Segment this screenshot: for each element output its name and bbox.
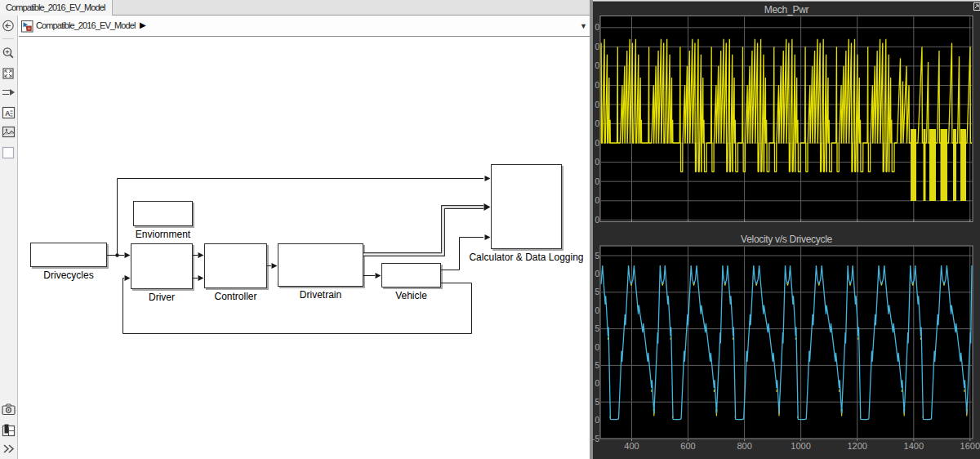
svg-text:5: 5	[595, 324, 599, 333]
svg-text:0: 0	[595, 270, 599, 279]
svg-text:0: 0	[595, 416, 599, 425]
svg-text:5: 5	[595, 287, 599, 296]
svg-text:-5: -5	[593, 434, 599, 443]
svg-text:400: 400	[624, 441, 639, 451]
svg-text:0: 0	[595, 343, 599, 352]
svg-text:0: 0	[595, 61, 599, 70]
svg-text:Velocity v/s Drivecycle: Velocity v/s Drivecycle	[741, 234, 832, 245]
svg-text:0: 0	[595, 81, 599, 90]
svg-text:0: 0	[595, 139, 599, 148]
svg-text:0: 0	[595, 177, 599, 186]
svg-text:0: 0	[595, 119, 599, 128]
svg-text:5: 5	[595, 398, 599, 407]
svg-text:0: 0	[595, 100, 599, 109]
svg-text:1600: 1600	[960, 441, 980, 451]
svg-text:5: 5	[595, 361, 599, 370]
svg-text:600: 600	[680, 441, 695, 451]
svg-text:Mech_Pwr: Mech_Pwr	[764, 4, 809, 16]
svg-text:1000: 1000	[791, 441, 810, 451]
svg-text:800: 800	[737, 441, 751, 451]
svg-text:0: 0	[595, 379, 599, 388]
svg-text:0: 0	[595, 23, 599, 32]
svg-text:1400: 1400	[904, 441, 924, 451]
svg-text:0: 0	[595, 306, 599, 315]
svg-text:0: 0	[595, 216, 599, 225]
svg-text:5: 5	[595, 252, 599, 261]
svg-text:0: 0	[595, 42, 599, 51]
svg-text:1200: 1200	[847, 441, 866, 451]
svg-text:0: 0	[595, 196, 599, 205]
svg-text:0: 0	[595, 158, 599, 167]
